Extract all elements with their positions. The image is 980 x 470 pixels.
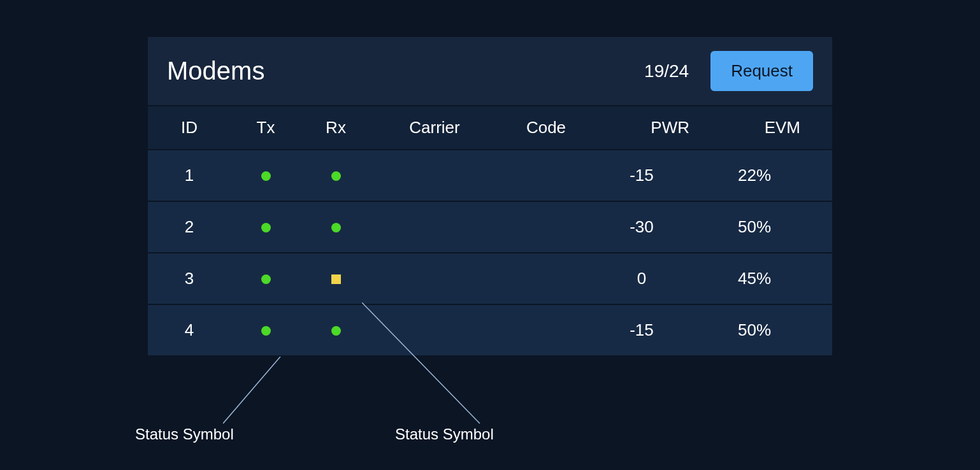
column-header-rx: Rx — [301, 118, 371, 138]
cell-tx — [231, 166, 301, 185]
cell-rx — [301, 166, 371, 185]
request-button[interactable]: Request — [710, 51, 813, 91]
cell-evm: 22% — [709, 166, 832, 185]
cell-rx — [301, 269, 371, 288]
status-ok-icon — [331, 326, 341, 336]
column-header-code: Code — [498, 118, 594, 138]
cell-id: 1 — [148, 166, 231, 185]
modem-counter: 19/24 — [644, 61, 689, 82]
cell-tx — [231, 320, 301, 340]
cell-pwr: 0 — [594, 269, 709, 288]
cell-pwr: -15 — [594, 166, 709, 185]
status-ok-icon — [261, 326, 271, 336]
cell-pwr: -30 — [594, 217, 709, 237]
cell-rx — [301, 320, 371, 340]
table-row[interactable]: 2-3050% — [148, 202, 832, 253]
table-header-row: ID Tx Rx Carrier Code PWR EVM — [148, 105, 832, 150]
column-header-tx: Tx — [231, 118, 301, 138]
column-header-id: ID — [148, 118, 231, 138]
cell-evm: 45% — [709, 269, 832, 288]
status-ok-icon — [261, 171, 271, 181]
column-header-evm: EVM — [709, 118, 832, 138]
cell-id: 4 — [148, 320, 231, 340]
column-header-carrier: Carrier — [371, 118, 498, 138]
annotation-label-2: Status Symbol — [395, 425, 494, 443]
table-row[interactable]: 4-1550% — [148, 305, 832, 355]
cell-id: 2 — [148, 217, 231, 237]
cell-tx — [231, 269, 301, 288]
cell-evm: 50% — [709, 320, 832, 340]
status-ok-icon — [331, 223, 341, 232]
table-row[interactable]: 1-1522% — [148, 150, 832, 202]
table-row[interactable]: 3045% — [148, 253, 832, 305]
status-ok-icon — [261, 223, 271, 232]
panel-header: Modems 19/24 Request — [148, 37, 832, 105]
cell-id: 3 — [148, 269, 231, 288]
status-ok-icon — [261, 274, 271, 284]
panel-title: Modems — [167, 57, 644, 85]
cell-tx — [231, 217, 301, 237]
modems-panel: Modems 19/24 Request ID Tx Rx Carrier Co… — [148, 37, 832, 355]
status-warn-icon — [331, 274, 341, 284]
annotation-line-1 — [223, 357, 299, 427]
cell-evm: 50% — [709, 217, 832, 237]
column-header-pwr: PWR — [594, 118, 709, 138]
annotation-label-1: Status Symbol — [135, 425, 234, 443]
cell-pwr: -15 — [594, 320, 709, 340]
modems-table: ID Tx Rx Carrier Code PWR EVM 1-1522%2-3… — [148, 105, 832, 355]
svg-line-0 — [223, 357, 280, 424]
status-ok-icon — [331, 171, 341, 181]
cell-rx — [301, 217, 371, 237]
